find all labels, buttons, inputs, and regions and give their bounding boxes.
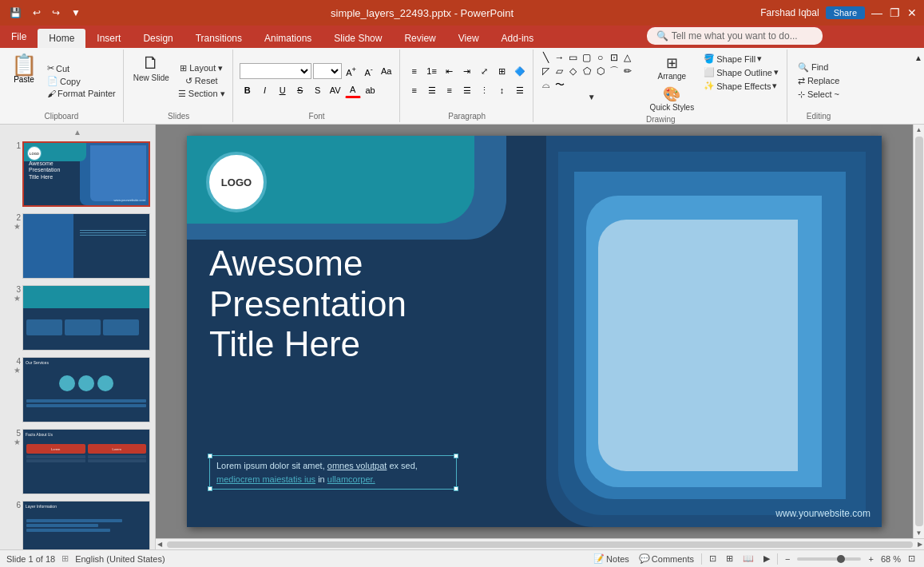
slide-sorter-btn[interactable]: ⊞ [724,553,736,565]
font-name-select[interactable] [240,63,311,79]
copy-button[interactable]: 📄 Copy [45,75,118,87]
arrow-shape[interactable]: → [553,51,566,64]
more-shapes[interactable]: ⊡ [608,51,621,64]
decrease-indent-btn[interactable]: ⇤ [442,63,458,79]
slide-2-thumbnail[interactable]: Company Layers [22,213,150,279]
tab-view[interactable]: View [447,29,490,48]
tab-addins[interactable]: Add-ins [490,29,545,48]
oval-shape[interactable]: ○ [594,51,607,64]
shape-effects-button[interactable]: ✨ Shape Effects ▾ [700,80,782,92]
undo-btn[interactable]: ↩ [30,6,44,20]
scroll-right-btn[interactable]: ▶ [916,539,924,549]
slide-thumb-1[interactable]: 1 LOGO AwesomePresentationTitle Here www… [3,140,152,208]
replace-button[interactable]: ⇄ Replace [795,75,842,87]
format-painter-button[interactable]: 🖌 Format Painter [45,88,118,99]
vertical-scrollbar[interactable]: ▲ ▼ [913,125,924,538]
text-highlight-btn[interactable]: ab [363,82,379,98]
italic-btn[interactable]: I [257,82,273,98]
char-spacing-btn[interactable]: AV [327,82,343,98]
reading-view-btn[interactable]: 📖 [740,553,756,565]
font-size-select[interactable] [313,63,342,79]
reset-button[interactable]: ↺ Reset [176,75,228,87]
horizontal-scrollbar[interactable]: ◀ ▶ [156,538,924,549]
scroll-down-btn[interactable]: ▼ [914,528,924,538]
clear-format-btn[interactable]: Aa [379,63,395,79]
align-center-btn[interactable]: ☰ [424,82,440,98]
quick-styles-button[interactable]: 🎨 Quick Styles [647,84,698,113]
slides-scroll-up[interactable]: ▲ [3,128,152,137]
increase-font-btn[interactable]: A+ [343,63,359,79]
slideshow-btn[interactable]: ▶ [761,553,772,565]
slide-thumb-3[interactable]: 3 ★ Awesome Header Here [3,284,152,352]
minimize-btn[interactable]: — [871,7,882,18]
slide-5-thumbnail[interactable]: Facts About Us Lorem Lorem [22,429,150,494]
arc-shape[interactable]: ⌓ [540,78,553,91]
convert-list-btn[interactable]: ⊞ [494,63,510,79]
parallelogram-shape[interactable]: ▱ [553,65,566,77]
shape-fill-button[interactable]: 🪣 Shape Fill ▾ [700,53,782,65]
justify-btn[interactable]: ☰ [459,82,475,98]
tab-slideshow[interactable]: Slide Show [323,29,393,48]
layout-button[interactable]: ⊞ Layout ▾ [176,62,228,74]
comments-button[interactable]: 💬 Comments [636,553,696,565]
cut-button[interactable]: ✂ Cut [45,62,118,74]
scribble-shape[interactable]: 〜 [553,78,566,91]
customize-quick-btn[interactable]: ▼ [68,6,84,20]
slide-thumb-4[interactable]: 4 ★ Our Services [3,355,152,424]
bold-btn[interactable]: B [240,82,256,98]
slide-4-thumbnail[interactable]: Our Services [22,357,150,422]
close-btn[interactable]: ✕ [906,7,918,18]
redo-btn[interactable]: ↪ [49,6,63,20]
tab-home[interactable]: Home [38,29,85,48]
slide-thumb-5[interactable]: 5 ★ Facts About Us Lorem [3,427,152,496]
slide-body-textbox[interactable]: Lorem ipsum dolor sit amet, omnes volutp… [209,455,457,490]
find-button[interactable]: 🔍 Find [795,61,842,73]
arrange-button[interactable]: ⊞ Arrange [647,53,698,82]
underline-btn[interactable]: U [275,82,291,98]
vscroll-thumb[interactable] [915,137,923,526]
shape-outline-button[interactable]: ⬜ Shape Outline ▾ [700,66,782,78]
diamond-shape[interactable]: ◇ [567,65,580,77]
zoom-in-btn[interactable]: + [866,553,875,565]
rect-shape[interactable]: ▭ [567,51,580,64]
para-spacing-btn[interactable]: ☰ [512,82,528,98]
select-button[interactable]: ⊹ Select ~ [795,89,842,101]
shapes-scroll-down[interactable]: ▼ [540,92,644,102]
tab-design[interactable]: Design [132,29,184,48]
normal-view-btn[interactable]: ⊡ [707,553,719,565]
notes-button[interactable]: 📝 Notes [591,553,632,565]
tell-me-box[interactable]: 🔍 Tell me what you want to do... [647,27,823,45]
tab-transitions[interactable]: Transitions [184,29,253,48]
freeform-shape[interactable]: ✏ [621,65,634,77]
tab-animations[interactable]: Animations [253,29,323,48]
slide-thumb-2[interactable]: 2 ★ Company Layers [3,212,152,280]
numbering-btn[interactable]: 1≡ [424,63,440,79]
tab-review[interactable]: Review [393,29,446,48]
decrease-font-btn[interactable]: A- [361,63,377,79]
slide-6-thumbnail[interactable]: Layer Information [22,501,150,549]
fit-slide-btn[interactable]: ⊡ [906,553,918,565]
zoom-out-btn[interactable]: − [783,553,792,565]
save-quick-btn[interactable]: 💾 [6,6,25,20]
paste-button[interactable]: 📋 Paste [5,51,43,110]
hexagon-shape[interactable]: ⬡ [594,65,607,77]
scroll-up-btn[interactable]: ▲ [914,125,924,135]
slide-thumb-6[interactable]: 6 Layer Information [3,499,152,549]
text-direction-btn[interactable]: ⤢ [477,63,493,79]
shadow-btn[interactable]: S [310,82,326,98]
smart-art-btn[interactable]: 🔷 [512,63,528,79]
bullets-btn[interactable]: ≡ [406,63,422,79]
tab-file[interactable]: File [0,26,38,48]
rounded-rect-shape[interactable]: ▢ [581,51,593,64]
collapse-ribbon-btn[interactable]: ▲ [914,53,923,63]
hscroll-thumb[interactable] [167,541,913,548]
new-slide-button[interactable]: 🗋 New Slide [130,51,173,110]
slide-1-thumbnail[interactable]: LOGO AwesomePresentationTitle Here www.y… [22,141,150,207]
col-btn[interactable]: ⋮ [477,82,493,98]
rtriangle-shape[interactable]: ◸ [540,65,553,77]
section-button[interactable]: ☰ Section ▾ [176,88,228,100]
slide-3-thumbnail[interactable]: Awesome Header Here [22,285,150,351]
increase-indent-btn[interactable]: ⇥ [459,63,475,79]
strikethrough-btn[interactable]: S [292,82,308,98]
align-left-btn[interactable]: ≡ [406,82,422,98]
